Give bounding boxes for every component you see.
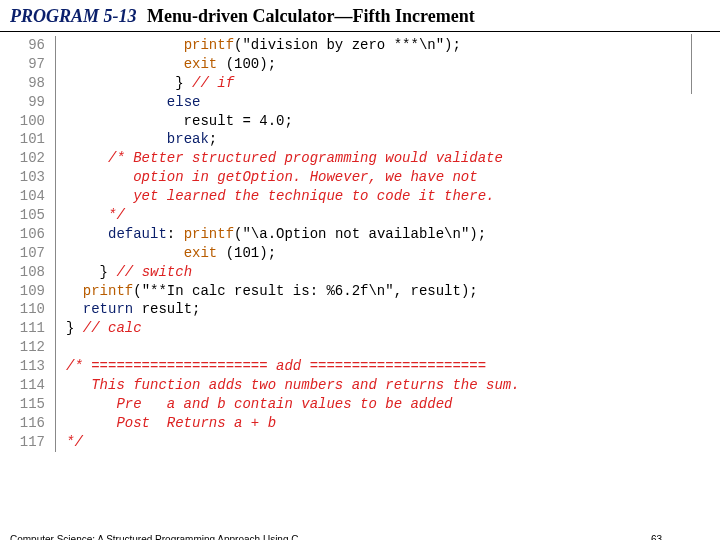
- code-line: printf("division by zero ***\n");: [66, 36, 520, 55]
- line-number: 102: [18, 149, 45, 168]
- line-number: 104: [18, 187, 45, 206]
- line-number: 110: [18, 300, 45, 319]
- code-line: result = 4.0;: [66, 112, 520, 131]
- line-number: 98: [18, 74, 45, 93]
- line-number: 113: [18, 357, 45, 376]
- code-line: */: [66, 206, 520, 225]
- code-line: exit (101);: [66, 244, 520, 263]
- code-line: exit (100);: [66, 55, 520, 74]
- line-number: 103: [18, 168, 45, 187]
- slide-header: PROGRAM 5-13 Menu-driven Calculator—Fift…: [0, 0, 720, 32]
- code-line: This function adds two numbers and retur…: [66, 376, 520, 395]
- code-line: else: [66, 93, 520, 112]
- line-number: 111: [18, 319, 45, 338]
- code-line: /* ===================== add ===========…: [66, 357, 520, 376]
- line-number: 114: [18, 376, 45, 395]
- line-number: 97: [18, 55, 45, 74]
- line-number: 115: [18, 395, 45, 414]
- code-line: */: [66, 433, 520, 452]
- code-line: yet learned the technique to code it the…: [66, 187, 520, 206]
- line-number: 117: [18, 433, 45, 452]
- line-number: 105: [18, 206, 45, 225]
- code-line: option in getOption. However, we have no…: [66, 168, 520, 187]
- line-number: 101: [18, 130, 45, 149]
- line-number: 107: [18, 244, 45, 263]
- footer-book-title: Computer Science: A Structured Programmi…: [10, 534, 298, 540]
- code-line: break;: [66, 130, 520, 149]
- line-number: 99: [18, 93, 45, 112]
- right-border-fragment: [691, 34, 692, 94]
- program-title: Menu-driven Calculator—Fifth Increment: [147, 6, 475, 26]
- line-number: 108: [18, 263, 45, 282]
- code-body: printf("division by zero ***\n"); exit (…: [66, 36, 520, 452]
- line-number: 109: [18, 282, 45, 301]
- footer-page-number: 63: [651, 534, 662, 540]
- line-number: 116: [18, 414, 45, 433]
- code-line: [66, 338, 520, 357]
- code-line: Post Returns a + b: [66, 414, 520, 433]
- code-line: /* Better structured programming would v…: [66, 149, 520, 168]
- code-listing: 9697989910010110210310410510610710810911…: [0, 32, 720, 452]
- code-line: } // switch: [66, 263, 520, 282]
- code-line: } // if: [66, 74, 520, 93]
- line-number: 96: [18, 36, 45, 55]
- code-line: printf("**In calc result is: %6.2f\n", r…: [66, 282, 520, 301]
- line-number-gutter: 9697989910010110210310410510610710810911…: [18, 36, 56, 452]
- line-number: 106: [18, 225, 45, 244]
- code-line: } // calc: [66, 319, 520, 338]
- program-label: PROGRAM 5-13: [10, 6, 137, 26]
- code-line: return result;: [66, 300, 520, 319]
- code-line: Pre a and b contain values to be added: [66, 395, 520, 414]
- line-number: 112: [18, 338, 45, 357]
- line-number: 100: [18, 112, 45, 131]
- code-line: default: printf("\a.Option not available…: [66, 225, 520, 244]
